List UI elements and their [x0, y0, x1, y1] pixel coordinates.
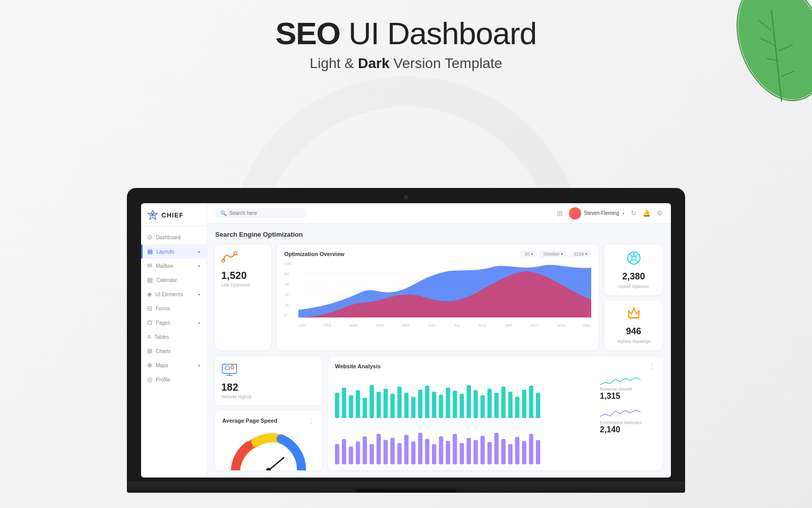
- analysis-menu[interactable]: ⋮: [649, 362, 656, 370]
- optimization-overview-card: Optimization Overview 20 ▾ October ▾ 221…: [277, 244, 598, 350]
- svg-rect-39: [342, 388, 347, 418]
- bar-charts: [335, 375, 595, 464]
- svg-line-22: [636, 255, 638, 257]
- logo-text: CHIEF: [161, 211, 184, 219]
- svg-rect-79: [411, 441, 416, 464]
- svg-rect-77: [397, 443, 402, 464]
- pages-arrow: ▸: [198, 321, 200, 325]
- x-labels: JAN FEB MAR APR MAY JUN JUL AUG: [298, 323, 591, 328]
- logo-icon: [147, 209, 158, 220]
- dashboard-icon: ⊙: [147, 234, 152, 241]
- svg-line-25: [630, 260, 632, 262]
- revenue-growth-stat: Revenue Growth 1,315: [600, 375, 656, 401]
- filter-year[interactable]: 2216 ▾: [570, 250, 591, 258]
- svg-rect-63: [508, 392, 513, 418]
- svg-rect-56: [460, 394, 464, 418]
- laptop-wrapper: CHIEF ⊙ Dashboard ▦ Layouts ▸: [127, 188, 685, 493]
- svg-rect-90: [487, 442, 492, 464]
- svg-line-23: [630, 255, 632, 257]
- nav-item-calendar[interactable]: ▤ Calendar: [141, 273, 207, 287]
- filter-october[interactable]: October ▾: [540, 250, 567, 258]
- dash-inner: Search Engine Optimization: [207, 224, 671, 478]
- nav-item-charts[interactable]: ⊞ Charts: [141, 344, 207, 358]
- svg-rect-87: [466, 438, 471, 464]
- refresh-icon[interactable]: ↻: [631, 209, 636, 217]
- svg-rect-26: [629, 318, 639, 319]
- svg-rect-81: [425, 439, 429, 464]
- search-box[interactable]: 🔍: [215, 208, 307, 218]
- speed-menu[interactable]: ⋮: [308, 417, 315, 425]
- analysis-title: Website Analysis: [335, 363, 649, 369]
- highest-rankings-value: 946: [626, 326, 641, 337]
- y-labels: 10K 5K 3K 2K 1K 0: [284, 262, 298, 318]
- svg-rect-95: [522, 441, 527, 464]
- mailbox-arrow: ▸: [198, 264, 200, 268]
- sidebar: CHIEF ⊙ Dashboard ▦ Layouts ▸: [141, 203, 207, 478]
- analysis-content: Revenue Growth 1,315: [335, 375, 656, 464]
- main-title: SEO UI Dashboard: [0, 15, 812, 51]
- nav-item-mailbox[interactable]: ✉ Mailbox ▸: [141, 259, 207, 273]
- nav-label-pages: Pages: [156, 320, 170, 326]
- speed-optimize-label: Speed Optimize: [618, 284, 649, 289]
- nav-item-dashboard[interactable]: ⊙ Dashboard: [141, 230, 207, 244]
- svg-rect-88: [473, 440, 478, 464]
- user-name: Steven Fleming: [584, 210, 619, 216]
- speed-title: Average Page Speed: [222, 418, 308, 424]
- svg-line-24: [636, 260, 638, 262]
- svg-point-29: [638, 310, 640, 312]
- svg-rect-67: [536, 393, 540, 418]
- website-highup-label: Website Highup: [221, 394, 316, 399]
- website-highup-card: 182 Website Highup: [215, 356, 322, 405]
- purple-bar-row: [335, 422, 595, 465]
- maps-icon: ⊕: [147, 362, 152, 369]
- speed-optimize-card: 2,380 Speed Optimize: [604, 244, 663, 295]
- link-optimized-card: 1,520 Link Optimized: [215, 244, 271, 350]
- nav-label-mailbox: Mailbox: [156, 263, 173, 269]
- nav-item-maps[interactable]: ⊕ Maps ▸: [141, 358, 207, 372]
- nav-label-forms: Forms: [156, 306, 170, 311]
- svg-rect-58: [473, 390, 478, 418]
- laptop-base: [127, 482, 685, 493]
- svg-point-27: [633, 307, 635, 309]
- laptop-bezel: CHIEF ⊙ Dashboard ▦ Layouts ▸: [127, 188, 685, 482]
- avg-page-speed-card: Average Page Speed ⋮: [215, 410, 322, 470]
- nav-item-ui-elements[interactable]: ◈ UI Elements ▸: [141, 287, 207, 301]
- svg-rect-97: [536, 440, 540, 464]
- nav-item-pages[interactable]: ⊡ Pages ▸: [141, 315, 207, 330]
- chart-title: Optimization Overview: [284, 251, 521, 257]
- svg-rect-44: [377, 392, 381, 418]
- ui-arrow: ▸: [198, 292, 200, 297]
- revenue-mini-chart: [600, 375, 656, 386]
- chart-filters: 20 ▾ October ▾ 2216 ▾: [521, 250, 591, 258]
- svg-rect-41: [356, 390, 360, 418]
- svg-rect-68: [335, 444, 340, 464]
- search-input[interactable]: [229, 210, 301, 216]
- svg-rect-40: [349, 395, 353, 418]
- svg-rect-91: [494, 433, 499, 464]
- nav-label-charts: Charts: [156, 348, 171, 354]
- svg-rect-51: [425, 386, 429, 418]
- settings-icon[interactable]: ⚙: [657, 209, 663, 217]
- forms-icon: ⊟: [147, 305, 152, 312]
- maps-arrow: ▸: [198, 363, 200, 368]
- nav-item-layouts[interactable]: ▦ Layouts ▸: [141, 244, 207, 259]
- nav-item-profile[interactable]: ◎ Profile: [141, 372, 207, 387]
- ecommerce-stat: Ecommerce Websites 2,140: [600, 409, 656, 434]
- svg-rect-76: [390, 438, 395, 464]
- layouts-icon: ▦: [147, 248, 153, 255]
- svg-rect-82: [432, 444, 436, 464]
- nav-item-forms[interactable]: ⊟ Forms: [141, 301, 207, 315]
- nav-item-tables[interactable]: ≡ Tables: [141, 330, 207, 344]
- filter-20[interactable]: 20 ▾: [521, 250, 537, 258]
- svg-rect-83: [439, 436, 444, 464]
- bell-icon[interactable]: 🔔: [642, 209, 651, 217]
- profile-icon: ◎: [147, 376, 152, 383]
- tables-icon: ≡: [147, 333, 151, 340]
- layouts-arrow: ▸: [198, 249, 200, 254]
- page-title: Search Engine Optimization: [215, 231, 663, 238]
- link-optimized-value: 1,520: [221, 270, 265, 281]
- nav-label-dashboard: Dashboard: [156, 235, 181, 240]
- nav-label-ui: UI Elements: [155, 292, 183, 297]
- user-badge[interactable]: Steven Fleming ▾: [569, 207, 625, 219]
- grid-icon[interactable]: ⊞: [557, 209, 563, 217]
